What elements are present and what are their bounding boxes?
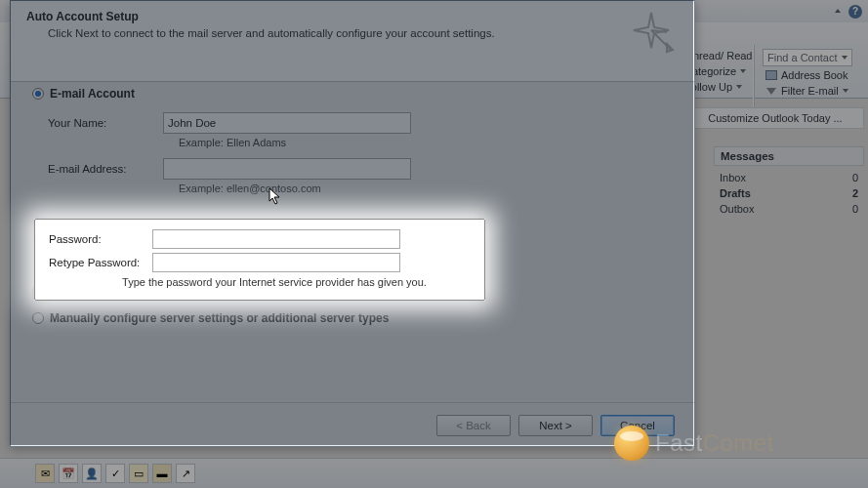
find-contact-placeholder: Find a Contact: [767, 52, 838, 63]
wizard-star-icon: [628, 9, 675, 56]
radio-email[interactable]: [32, 88, 44, 100]
mouse-cursor-icon: [269, 187, 282, 207]
unread-label: Unread/ Read: [685, 50, 753, 61]
funnel-icon: [765, 85, 777, 97]
wizard-title: Auto Account Setup: [26, 10, 679, 23]
chevron-down-icon: [842, 56, 847, 60]
option-manual-label: Manually configure server settings or ad…: [50, 311, 389, 325]
folder-row-inbox[interactable]: Inbox0: [714, 170, 864, 185]
shortcuts-icon[interactable]: ↗: [176, 464, 195, 483]
option-email-account[interactable]: E-mail Account: [32, 87, 673, 101]
folder-count: 0: [852, 203, 858, 215]
example-email: Example: ellen@contoso.com: [179, 183, 673, 194]
tasks-icon[interactable]: ✓: [105, 464, 125, 483]
password-hint: Type the password your Internet service …: [78, 276, 471, 288]
outlook-today-pane: Customize Outlook Today ... Messages Inb…: [682, 107, 868, 217]
cancel-button[interactable]: Cancel: [600, 415, 675, 436]
folder-name: Inbox: [720, 172, 746, 183]
option-manual[interactable]: Manually configure server settings or ad…: [32, 311, 673, 325]
address-book-button[interactable]: Address Book: [763, 68, 860, 82]
book-icon: [765, 69, 777, 81]
option-email-label: E-mail Account: [50, 87, 135, 101]
retype-password-input[interactable]: [152, 253, 400, 272]
ribbon-minimize-icon[interactable]: [833, 7, 843, 17]
folder-name: Drafts: [720, 187, 751, 199]
label-retype-password: Retype Password:: [49, 257, 152, 268]
radio-manual[interactable]: [32, 312, 44, 324]
mail-icon[interactable]: ✉: [35, 464, 55, 483]
label-password: Password:: [49, 233, 152, 245]
password-highlight-box: Password: Retype Password: Type the pass…: [34, 219, 485, 301]
email-form: Your Name: Example: Ellen Adams E-mail A…: [48, 112, 673, 194]
back-button[interactable]: < Back: [436, 415, 511, 436]
chevron-down-icon: [843, 89, 848, 93]
filter-label: Filter E-mail: [781, 85, 839, 97]
label-email: E-mail Address:: [48, 163, 163, 175]
your-name-input[interactable]: [163, 112, 411, 134]
chevron-down-icon: [740, 69, 746, 73]
folder-name: Outbox: [720, 203, 754, 215]
wizard-buttons: < Back Next > Cancel: [11, 415, 694, 436]
folder-count: 2: [852, 187, 858, 199]
wizard-divider: [11, 402, 694, 403]
find-contact-input[interactable]: Find a Contact: [763, 49, 852, 66]
email-input[interactable]: [163, 158, 411, 180]
label-your-name: Your Name:: [48, 117, 163, 129]
contacts-icon[interactable]: 👤: [82, 464, 102, 483]
help-icon[interactable]: ?: [848, 5, 862, 19]
chevron-down-icon: [736, 85, 742, 89]
folder-icon[interactable]: ▬: [152, 464, 172, 483]
password-input[interactable]: [152, 229, 400, 249]
calendar-icon[interactable]: 📅: [59, 464, 78, 483]
addressbook-label: Address Book: [781, 69, 847, 81]
nav-bar: ✉ 📅 👤 ✓ ▭ ▬ ↗: [0, 458, 868, 488]
example-name: Example: Ellen Adams: [179, 137, 673, 148]
wizard-subtitle: Click Next to connect to the mail server…: [48, 27, 679, 39]
notes-icon[interactable]: ▭: [129, 464, 148, 483]
folder-count: 0: [852, 172, 858, 183]
customize-today-button[interactable]: Customize Outlook Today ...: [686, 107, 864, 129]
filter-email-button[interactable]: Filter E-mail: [763, 84, 860, 98]
folder-row-drafts[interactable]: Drafts2: [714, 185, 864, 201]
folder-row-outbox[interactable]: Outbox0: [714, 201, 864, 217]
next-button[interactable]: Next >: [518, 415, 593, 436]
messages-header: Messages: [714, 146, 864, 166]
